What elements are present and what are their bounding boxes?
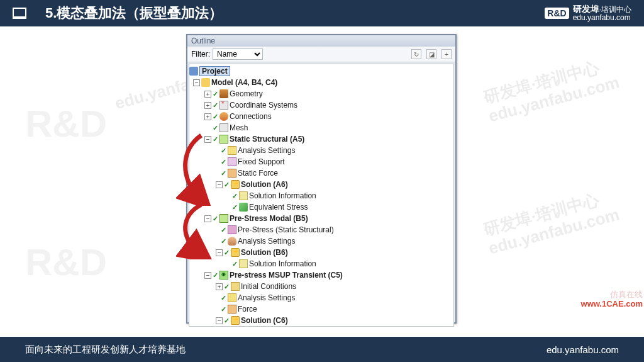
- expand-icon[interactable]: +: [441, 49, 452, 59]
- settings-icon-c: [228, 293, 236, 302]
- slide-header: 5.模态叠加法（振型叠加法） R&D 研发埠·培训中心 edu.yanfabu.…: [0, 0, 644, 26]
- node-solinfo-c[interactable]: ✓Solution Information: [189, 326, 453, 327]
- solution-icon-c: [231, 316, 240, 325]
- initial-icon: [231, 282, 240, 291]
- node-eqstress-a[interactable]: ✓Equivalent Stress: [189, 201, 453, 213]
- slide-body: R&D R&D edu.yanfabu.com 研发埠·培训中心edu.yanf…: [0, 26, 644, 337]
- brand-logo: R&D 研发埠·培训中心 edu.yanfabu.com: [545, 4, 631, 23]
- node-coord[interactable]: +✓Coordinate Systems: [189, 99, 453, 111]
- solution-icon-b: [231, 248, 240, 257]
- force-icon: [228, 169, 236, 178]
- watermark-3: 研发埠·培训中心edu.yanfabu.com: [482, 186, 622, 259]
- footer-url: edu.yanfabu.com: [547, 344, 619, 355]
- solution-icon: [231, 180, 240, 189]
- slide-footer: 面向未来的工程研发创新人才培养基地 edu.yanfabu.com: [0, 337, 644, 362]
- watermark-logo-2: R&D: [25, 240, 107, 284]
- node-solinfo-a[interactable]: ✓Solution Information: [189, 190, 453, 201]
- refresh-icon[interactable]: ↻: [411, 49, 421, 59]
- node-solinfo-b[interactable]: ✓Solution Information: [189, 258, 453, 269]
- node-fixed[interactable]: ✓Fixed Support: [189, 156, 453, 167]
- modal-icon: [219, 214, 228, 223]
- settings-icon-b: [228, 237, 236, 246]
- connections-icon: [219, 112, 228, 121]
- force-icon-c: [228, 305, 236, 314]
- slide-title: 5.模态叠加法（振型叠加法）: [45, 4, 223, 23]
- node-analysis-c[interactable]: ✓Analysis Settings: [189, 292, 453, 303]
- node-force-c[interactable]: ✓Force: [189, 303, 453, 315]
- outline-window: Outline Filter: Name ↻ ◪ + Project −Mode…: [186, 34, 457, 324]
- prestress-icon: [228, 225, 236, 234]
- node-project[interactable]: Project: [189, 65, 453, 77]
- node-sol-c6[interactable]: −✓Solution (C6): [189, 315, 453, 326]
- filter-select[interactable]: Name: [213, 48, 263, 60]
- watermark-2: 研发埠·培训中心edu.yanfabu.com: [482, 54, 622, 127]
- node-prestress-static[interactable]: ✓Pre-Stress (Static Structural): [189, 224, 453, 235]
- transient-icon: [219, 271, 228, 280]
- footer-text: 面向未来的工程研发创新人才培养基地: [25, 344, 186, 356]
- info-icon: [239, 191, 248, 200]
- brand-text: 研发埠·培训中心 edu.yanfabu.com: [573, 4, 631, 23]
- node-model[interactable]: −Model (A4, B4, C4): [189, 77, 453, 88]
- node-init[interactable]: +✓Initial Conditions: [189, 281, 453, 292]
- outline-tree[interactable]: Project −Model (A4, B4, C4) +✓Geometry +…: [189, 64, 454, 327]
- collapse-icon: −: [193, 79, 200, 86]
- tag-icon[interactable]: ◪: [426, 49, 436, 59]
- coord-icon: [219, 101, 228, 110]
- node-prestress-modal[interactable]: −✓Pre-Stress Modal (B5): [189, 213, 453, 224]
- outline-titlebar: Outline: [187, 35, 455, 47]
- node-sforce[interactable]: ✓Static Force: [189, 167, 453, 179]
- corner-badge: 仿真在线 www.1CAE.com: [581, 290, 643, 309]
- filter-root-icon: [189, 67, 198, 76]
- filter-bar: Filter: Name ↻ ◪ +: [187, 47, 455, 62]
- watermark-logo-1: R&D: [25, 102, 107, 145]
- node-msup[interactable]: −✓Pre-stress MSUP Transient (C5): [189, 269, 453, 281]
- settings-icon: [228, 146, 236, 155]
- node-sol-a6[interactable]: −✓Solution (A6): [189, 179, 453, 190]
- filter-label: Filter:: [191, 50, 210, 59]
- model-icon: [201, 78, 210, 87]
- support-icon: [228, 157, 236, 166]
- monitor-icon: [13, 8, 26, 19]
- info-icon-b: [239, 259, 248, 268]
- node-analysis-b[interactable]: ✓Analysis Settings: [189, 235, 453, 247]
- node-sol-b6[interactable]: −✓Solution (B6): [189, 247, 453, 258]
- stress-icon: [239, 203, 248, 212]
- node-connections[interactable]: +✓Connections: [189, 111, 453, 122]
- node-static[interactable]: −✓Static Structural (A5): [189, 133, 453, 145]
- geometry-icon: [219, 89, 228, 98]
- node-analysis-a[interactable]: ✓Analysis Settings: [189, 145, 453, 156]
- rd-badge: R&D: [545, 8, 569, 19]
- node-mesh[interactable]: ✓Mesh: [189, 122, 453, 133]
- mesh-icon: [219, 123, 228, 132]
- static-icon: [219, 135, 228, 144]
- node-geometry[interactable]: +✓Geometry: [189, 88, 453, 99]
